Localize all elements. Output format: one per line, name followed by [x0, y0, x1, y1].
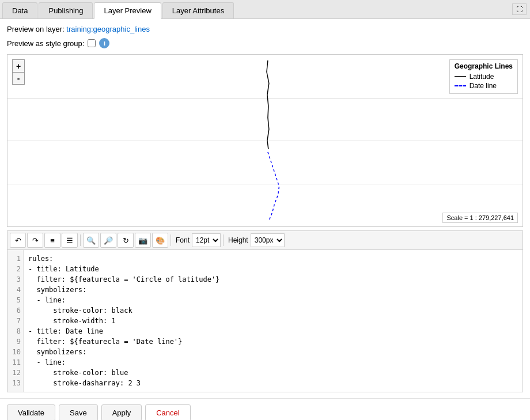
- legend-dashed-line: [455, 85, 466, 86]
- bottom-buttons: Validate Save Apply Cancel: [0, 398, 530, 420]
- height-select[interactable]: 100px200px300px400px500px600px: [251, 233, 285, 247]
- tab-publishing[interactable]: Publishing: [39, 2, 93, 18]
- line-num-6: 6: [10, 305, 21, 316]
- cancel-button[interactable]: Cancel: [145, 404, 190, 420]
- map-scale: Scale = 1 : 279,227,641: [442, 213, 518, 223]
- align-button[interactable]: ☰: [62, 233, 78, 248]
- preview-on-layer-row: Preview on layer: training:geographic_li…: [7, 25, 523, 33]
- line-num-13: 13: [10, 378, 21, 388]
- line-numbers: 1 2 3 4 5 6 7 8 9 10 11 12 13: [7, 250, 24, 392]
- validate-button[interactable]: Validate: [7, 404, 55, 420]
- legend-title: Geographic Lines: [455, 62, 513, 70]
- tab-data[interactable]: Data: [2, 2, 37, 18]
- refresh-button[interactable]: ↻: [118, 233, 134, 248]
- editor-toolbar: ↶ ↷ ≡ ☰ 🔍 🔎 ↻ 📷 🎨 Font 8pt10pt12pt14pt16…: [7, 230, 523, 249]
- apply-button[interactable]: Apply: [101, 404, 142, 420]
- zoom-in-button[interactable]: +: [12, 59, 25, 72]
- info-icon[interactable]: i: [99, 38, 109, 48]
- legend-item-dateline: Date line: [455, 82, 513, 90]
- tab-layer-attributes[interactable]: Layer Attributes: [162, 2, 234, 18]
- line-num-10: 10: [10, 347, 21, 357]
- map-container: + - Geographic Lines Latitude Date line …: [7, 54, 523, 227]
- save-button[interactable]: Save: [59, 404, 98, 420]
- zoom-out-button[interactable]: -: [12, 72, 25, 85]
- content-area: Preview on layer: training:geographic_li…: [0, 19, 530, 398]
- image-button[interactable]: 📷: [135, 233, 151, 248]
- redo-button[interactable]: ↷: [27, 233, 43, 248]
- zoom-controls: + -: [12, 59, 25, 85]
- preview-layer-link[interactable]: training:geographic_lines: [66, 25, 150, 33]
- tabs-bar: Data Publishing Layer Preview Layer Attr…: [0, 0, 530, 19]
- legend-latitude-label: Latitude: [470, 73, 494, 81]
- undo-button[interactable]: ↶: [10, 233, 26, 248]
- line-num-9: 9: [10, 336, 21, 347]
- height-label: Height: [228, 236, 248, 244]
- legend-solid-line: [455, 76, 466, 77]
- preview-style-group-label: Preview as style group:: [7, 39, 84, 48]
- line-num-7: 7: [10, 316, 21, 326]
- font-label: Font: [176, 236, 190, 244]
- tab-layer-preview[interactable]: Layer Preview: [94, 2, 161, 19]
- map-legend: Geographic Lines Latitude Date line: [449, 59, 518, 94]
- style-group-checkbox[interactable]: [88, 39, 96, 47]
- latitude-line: [267, 60, 269, 149]
- legend-dateline-label: Date line: [470, 82, 497, 90]
- fullscreen-button[interactable]: ⛶: [512, 3, 527, 15]
- preview-on-layer-label: Preview on layer:: [7, 25, 65, 33]
- zoom-in-editor-button[interactable]: 🔎: [100, 233, 116, 248]
- line-num-3: 3: [10, 274, 21, 285]
- line-num-11: 11: [10, 357, 21, 368]
- search-button[interactable]: 🔍: [83, 233, 99, 248]
- line-num-12: 12: [10, 368, 21, 378]
- line-num-1: 1: [10, 253, 21, 264]
- separator-1: [80, 234, 81, 246]
- line-num-4: 4: [10, 285, 21, 295]
- format-button[interactable]: ≡: [44, 233, 60, 248]
- separator-2: [171, 234, 171, 246]
- separator-3: [223, 234, 224, 246]
- code-editor: 1 2 3 4 5 6 7 8 9 10 11 12 13 rules: - t…: [7, 249, 523, 392]
- line-num-2: 2: [10, 264, 21, 274]
- code-textarea[interactable]: rules: - title: Latitude filter: ${featu…: [24, 250, 523, 392]
- map-svg: [7, 55, 523, 226]
- color-button[interactable]: 🎨: [152, 233, 168, 248]
- legend-item-latitude: Latitude: [455, 73, 513, 81]
- line-num-8: 8: [10, 326, 21, 336]
- font-size-select[interactable]: 8pt10pt12pt14pt16pt18pt24pt: [192, 233, 221, 247]
- date-line: [268, 152, 279, 221]
- style-group-row: Preview as style group: i: [7, 38, 523, 48]
- line-num-5: 5: [10, 295, 21, 305]
